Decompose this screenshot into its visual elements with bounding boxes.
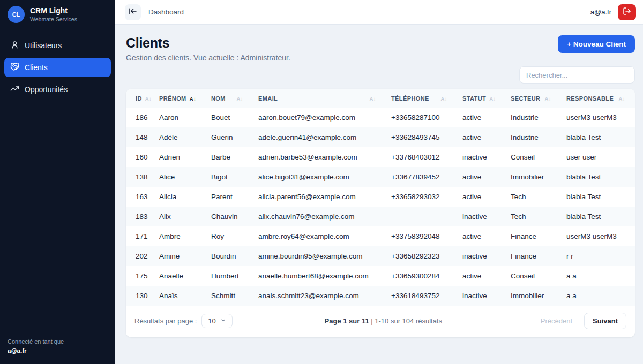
sort-az-icon: A↓ xyxy=(190,96,196,102)
table-cell: Bigot xyxy=(206,167,253,187)
table-row[interactable]: 186AaronBouetaaron.bouet79@example.com+3… xyxy=(126,108,635,127)
per-page-select[interactable]: 10 xyxy=(201,314,232,328)
page-info: Page 1 sur 11 | 1-10 sur 104 résultats xyxy=(325,317,442,325)
clients-table-card: IDA↓PRÉNOMA↓NOMA↓EMAILA↓TÉLÉPHONEA↓STATU… xyxy=(126,89,635,337)
table-row[interactable]: 148AdèleGuerinadele.guerin41@example.com… xyxy=(126,127,635,147)
table-cell: Industrie xyxy=(505,127,561,147)
table-cell: blabla Test xyxy=(561,167,635,187)
table-cell: 183 xyxy=(126,207,154,226)
table-row[interactable]: 202AmineBourdinamine.bourdin95@example.c… xyxy=(126,246,635,266)
table-cell: Amine xyxy=(154,246,206,266)
table-cell: +33768403012 xyxy=(386,147,457,167)
table-row[interactable]: 138AliceBigotalice.bigot31@example.com+3… xyxy=(126,167,635,187)
new-client-button[interactable]: + Nouveau Client xyxy=(558,35,635,53)
sidebar-item-opportunites[interactable]: Opportunités xyxy=(4,80,111,99)
table-cell: Bourdin xyxy=(206,246,253,266)
table-cell: anaelle.humbert68@example.com xyxy=(253,266,386,286)
column-label: ID xyxy=(136,95,142,102)
handshake-icon xyxy=(10,62,19,73)
table-cell: blabla Test xyxy=(561,127,635,147)
table-row[interactable]: 175AnaelleHumbertanaelle.humbert68@examp… xyxy=(126,266,635,286)
sidebar-item-clients[interactable]: Clients xyxy=(4,58,111,77)
logout-button[interactable] xyxy=(618,4,636,20)
sort-az-icon: A↓ xyxy=(619,96,625,102)
sort-az-icon: A↓ xyxy=(237,96,243,102)
table-cell: Alice xyxy=(154,167,206,187)
user-icon xyxy=(10,40,19,51)
back-button[interactable] xyxy=(125,4,141,20)
table-cell: +33658287100 xyxy=(386,108,457,127)
sort-az-icon: A↓ xyxy=(545,96,551,102)
column-header-id[interactable]: IDA↓ xyxy=(126,89,154,108)
table-cell: 163 xyxy=(126,187,154,207)
table-cell: user user xyxy=(561,147,635,167)
table-cell: 202 xyxy=(126,246,154,266)
table-row[interactable]: 171AmbreRoyambre.roy64@example.com+33758… xyxy=(126,226,635,246)
table-cell: blabla Test xyxy=(561,207,635,226)
table-cell: Anaïs xyxy=(154,286,206,306)
table-row[interactable]: 183AlixChauvinalix.chauvin76@example.com… xyxy=(126,207,635,226)
column-label: RESPONSABLE xyxy=(566,95,614,102)
search-row xyxy=(126,66,635,84)
table-cell: +33658292323 xyxy=(386,246,457,266)
sidebar-item-utilisateurs[interactable]: Utilisateurs xyxy=(4,36,111,55)
content: Clients Gestion des clients. Vue actuell… xyxy=(115,25,643,364)
sidebar-item-label: Clients xyxy=(25,63,48,72)
next-page-button[interactable]: Suivant xyxy=(584,313,626,329)
column-header-statut[interactable]: STATUTA↓ xyxy=(457,89,505,108)
table-cell: adele.guerin41@example.com xyxy=(253,127,386,147)
table-cell: Adèle xyxy=(154,127,206,147)
pager: Précédent Suivant xyxy=(534,313,626,329)
sidebar: CL CRM Light Webmate Services Utilisateu… xyxy=(0,0,115,364)
table-cell: Ambre xyxy=(154,226,206,246)
column-header-responsable[interactable]: RESPONSABLEA↓ xyxy=(561,89,635,108)
column-header-téléphone[interactable]: TÉLÉPHONEA↓ xyxy=(386,89,457,108)
table-cell: active xyxy=(457,167,505,187)
app-subtitle: Webmate Services xyxy=(30,16,77,22)
table-cell: Conseil xyxy=(505,147,561,167)
column-header-email[interactable]: EMAILA↓ xyxy=(253,89,386,108)
sidebar-item-label: Utilisateurs xyxy=(25,41,62,50)
sidebar-item-label: Opportunités xyxy=(25,85,68,94)
table-cell: Chauvin xyxy=(206,207,253,226)
table-header: IDA↓PRÉNOMA↓NOMA↓EMAILA↓TÉLÉPHONEA↓STATU… xyxy=(126,89,635,108)
per-page-label: Résultats par page : xyxy=(134,317,197,325)
search-input[interactable] xyxy=(519,66,635,84)
table-cell: 138 xyxy=(126,167,154,187)
table-cell: Alix xyxy=(154,207,206,226)
table-cell: Adrien xyxy=(154,147,206,167)
table-cell: 175 xyxy=(126,266,154,286)
sort-az-icon: A↓ xyxy=(145,96,152,102)
table-row[interactable]: 163AliciaParentalicia.parent56@example.c… xyxy=(126,187,635,207)
table-cell: +33618493752 xyxy=(386,286,457,306)
column-header-secteur[interactable]: SECTEURA↓ xyxy=(505,89,561,108)
sort-az-icon: A↓ xyxy=(441,96,447,102)
table-cell: Immobilier xyxy=(505,167,561,187)
table-cell: Aaron xyxy=(154,108,206,127)
page-subtitle: Gestion des clients. Vue actuelle : Admi… xyxy=(126,54,290,62)
sidebar-nav: Utilisateurs Clients Opportunités xyxy=(0,29,115,331)
table-row[interactable]: 160AdrienBarbeadrien.barbe53@example.com… xyxy=(126,147,635,167)
table-cell: active xyxy=(457,226,505,246)
log-out-icon xyxy=(623,7,631,17)
column-label: NOM xyxy=(211,95,226,102)
table-cell: 160 xyxy=(126,147,154,167)
table-cell: Anaelle xyxy=(154,266,206,286)
sort-az-icon: A↓ xyxy=(370,96,376,102)
per-page-value: 10 xyxy=(208,317,215,325)
topbar-user-email: a@a.fr xyxy=(590,8,611,16)
column-header-nom[interactable]: NOMA↓ xyxy=(206,89,253,108)
table-cell: amine.bourdin95@example.com xyxy=(253,246,386,266)
table-cell xyxy=(386,207,457,226)
column-header-prénom[interactable]: PRÉNOMA↓ xyxy=(154,89,206,108)
table-cell: active xyxy=(457,108,505,127)
table-row[interactable]: 130AnaïsSchmittanais.schmitt23@example.c… xyxy=(126,286,635,306)
table-cell: 186 xyxy=(126,108,154,127)
table-cell: Humbert xyxy=(206,266,253,286)
sort-az-icon: A↓ xyxy=(489,96,496,102)
previous-page-button[interactable]: Précédent xyxy=(534,313,579,329)
page-info-strong: Page 1 sur 11 xyxy=(325,317,369,325)
table-cell: inactive xyxy=(457,286,505,306)
table-cell: a a xyxy=(561,266,635,286)
table-cell: Barbe xyxy=(206,147,253,167)
